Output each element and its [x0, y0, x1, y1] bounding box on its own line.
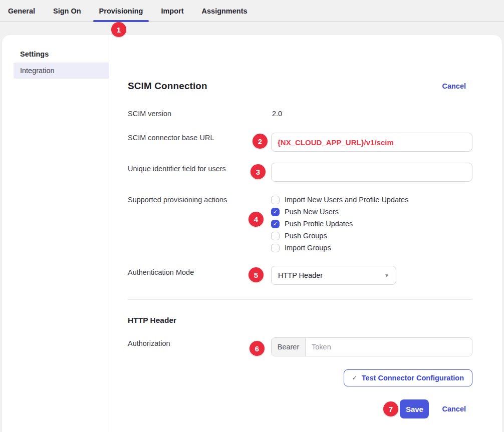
tab-sign-on[interactable]: Sign On — [53, 0, 81, 22]
callout-badge-3: 3 — [250, 164, 266, 179]
chevron-down-icon: ▼ — [384, 273, 389, 278]
callout-badge-6: 6 — [249, 341, 265, 356]
token-input[interactable] — [306, 338, 472, 356]
tab-provisioning[interactable]: Provisioning — [99, 0, 143, 22]
bearer-prefix: Bearer — [272, 338, 306, 356]
callout-badge-2: 2 — [253, 134, 268, 149]
app-tabbar: General Sign On Provisioning Import Assi… — [0, 0, 504, 22]
section-divider — [128, 299, 472, 300]
provisioning-actions-label: Supported provisioning actions — [128, 196, 227, 204]
cancel-link-top[interactable]: Cancel — [442, 82, 466, 90]
callout-badge-4: 4 — [248, 212, 264, 227]
check-icon: ✓ — [352, 374, 357, 381]
checkbox-label: Push Profile Updates — [285, 220, 353, 228]
auth-mode-dropdown[interactable]: HTTP Header ▼ — [271, 266, 396, 285]
unique-id-input[interactable] — [271, 163, 472, 182]
import-new-users-checkbox[interactable]: ✓ — [271, 196, 280, 204]
unique-id-label: Unique identifier field for users — [128, 165, 226, 173]
authorization-label: Authorization — [128, 339, 170, 347]
form-actions: Save Cancel — [128, 399, 472, 418]
provisioning-panel: Settings Integration SCIM Connection Can… — [2, 35, 502, 432]
scim-version-label: SCIM version — [128, 110, 171, 118]
save-button[interactable]: Save — [400, 399, 429, 418]
authorization-input-group: Bearer — [271, 337, 472, 356]
settings-sidebar: Settings Integration — [2, 35, 109, 432]
auth-mode-selected-value: HTTP Header — [278, 271, 323, 279]
base-url-label: SCIM connector base URL — [128, 134, 214, 142]
callout-badge-5: 5 — [248, 267, 264, 282]
checkbox-row-import-groups: ✓ Import Groups — [271, 242, 408, 254]
push-new-users-checkbox[interactable]: ✓ — [271, 208, 280, 216]
test-connector-button-label: Test Connector Configuration — [362, 374, 464, 382]
checkbox-label: Push New Users — [285, 208, 339, 216]
push-profile-updates-checkbox[interactable]: ✓ — [271, 220, 280, 228]
checkbox-row-push-groups: ✓ Push Groups — [271, 230, 408, 242]
tab-general[interactable]: General — [8, 0, 35, 22]
callout-badge-1: 1 — [111, 22, 126, 37]
http-header-section-title: HTTP Header — [128, 316, 176, 325]
scim-version-value: 2.0 — [272, 110, 282, 118]
tab-import[interactable]: Import — [161, 0, 183, 22]
test-connector-button[interactable]: ✓ Test Connector Configuration — [344, 369, 472, 386]
import-groups-checkbox[interactable]: ✓ — [271, 244, 280, 252]
auth-mode-label: Authentication Mode — [128, 268, 194, 276]
sidebar-header-settings: Settings — [20, 50, 49, 58]
checkbox-row-push-profile-updates: ✓ Push Profile Updates — [271, 218, 408, 230]
sidebar-item-integration[interactable]: Integration — [14, 63, 109, 79]
base-url-input[interactable] — [271, 133, 472, 152]
provisioning-actions-group: ✓ Import New Users and Profile Updates ✓… — [271, 194, 408, 254]
page-title: SCIM Connection — [128, 81, 207, 92]
checkbox-label: Import New Users and Profile Updates — [285, 196, 408, 204]
checkbox-label: Import Groups — [285, 244, 331, 252]
checkbox-row-push-new-users: ✓ Push New Users — [271, 206, 408, 218]
tab-assignments[interactable]: Assignments — [202, 0, 247, 22]
push-groups-checkbox[interactable]: ✓ — [271, 232, 280, 240]
checkbox-label: Push Groups — [285, 232, 327, 240]
checkbox-row-import-new-users: ✓ Import New Users and Profile Updates — [271, 194, 408, 206]
callout-badge-7: 7 — [383, 401, 398, 416]
cancel-link-bottom[interactable]: Cancel — [442, 405, 466, 413]
scim-connection-form: SCIM Connection Cancel SCIM version 2.0 … — [128, 35, 472, 432]
